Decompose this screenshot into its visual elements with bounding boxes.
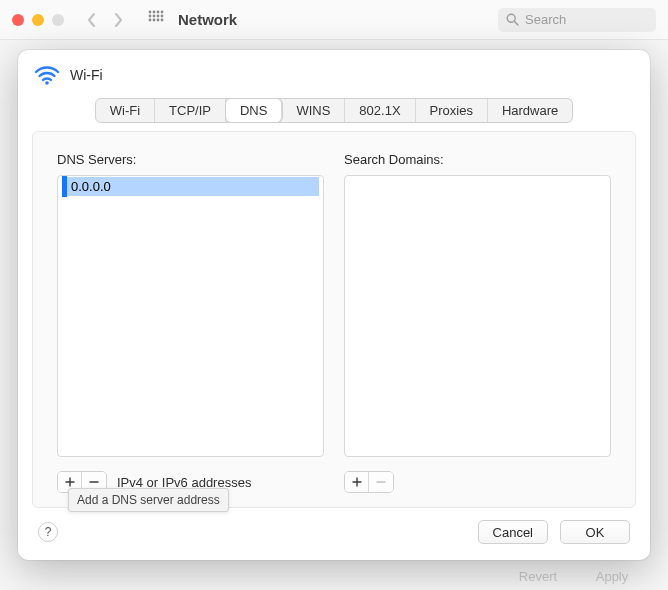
traffic-lights	[12, 14, 64, 26]
svg-point-0	[149, 11, 152, 14]
close-window-button[interactable]	[12, 14, 24, 26]
forward-button[interactable]	[114, 12, 124, 28]
svg-point-1	[153, 11, 156, 14]
tab-wi-fi[interactable]: Wi-Fi	[96, 99, 155, 122]
search-domains-list[interactable]	[344, 175, 611, 457]
add-dns-tooltip: Add a DNS server address	[68, 488, 229, 512]
search-domains-label: Search Domains:	[344, 152, 611, 167]
tab-proxies[interactable]: Proxies	[416, 99, 488, 122]
nav-arrows	[86, 12, 124, 28]
svg-point-11	[161, 19, 164, 22]
search-field[interactable]: Search	[498, 8, 656, 32]
domains-plusminus	[344, 471, 394, 493]
dns-entry-input[interactable]	[67, 177, 319, 196]
show-all-icon[interactable]	[148, 10, 164, 29]
svg-point-10	[157, 19, 160, 22]
domains-remove-button[interactable]	[369, 472, 393, 492]
search-domains-column: Search Domains:	[344, 152, 611, 493]
svg-point-4	[149, 15, 152, 18]
search-placeholder: Search	[525, 12, 566, 27]
svg-point-8	[149, 19, 152, 22]
minimize-window-button[interactable]	[32, 14, 44, 26]
window-toolbar: Network Search	[0, 0, 668, 40]
tab-hardware[interactable]: Hardware	[488, 99, 572, 122]
help-button[interactable]: ?	[38, 522, 58, 542]
tab-tcp-ip[interactable]: TCP/IP	[155, 99, 226, 122]
wifi-icon	[34, 64, 60, 86]
domains-add-button[interactable]	[345, 472, 369, 492]
svg-point-9	[153, 19, 156, 22]
cancel-button[interactable]: Cancel	[478, 520, 548, 544]
tab-802-1x[interactable]: 802.1X	[345, 99, 415, 122]
svg-point-6	[157, 15, 160, 18]
svg-point-5	[153, 15, 156, 18]
dns-servers-list[interactable]	[57, 175, 324, 457]
tab-dns[interactable]: DNS	[226, 99, 282, 122]
svg-point-14	[45, 81, 49, 85]
window-title: Network	[178, 11, 237, 28]
revert-button-bg: Revert	[506, 566, 570, 586]
dns-entry-row[interactable]	[58, 176, 323, 197]
sheet-title: Wi-Fi	[70, 67, 103, 83]
svg-point-7	[161, 15, 164, 18]
zoom-window-button[interactable]	[52, 14, 64, 26]
background-buttons: Revert Apply	[506, 566, 644, 586]
dns-servers-column: DNS Servers: IPv4 or IPv6 addresses	[57, 152, 324, 493]
svg-point-3	[161, 11, 164, 14]
svg-point-2	[157, 11, 160, 14]
back-button[interactable]	[86, 12, 96, 28]
svg-line-13	[514, 21, 518, 25]
ok-button[interactable]: OK	[560, 520, 630, 544]
apply-button-bg: Apply	[580, 566, 644, 586]
advanced-sheet: Wi-Fi Wi-FiTCP/IPDNSWINS802.1XProxiesHar…	[18, 50, 650, 560]
search-icon	[506, 13, 519, 26]
dns-servers-label: DNS Servers:	[57, 152, 324, 167]
tab-strip: Wi-FiTCP/IPDNSWINS802.1XProxiesHardware	[34, 98, 634, 123]
tab-wins[interactable]: WINS	[282, 99, 345, 122]
